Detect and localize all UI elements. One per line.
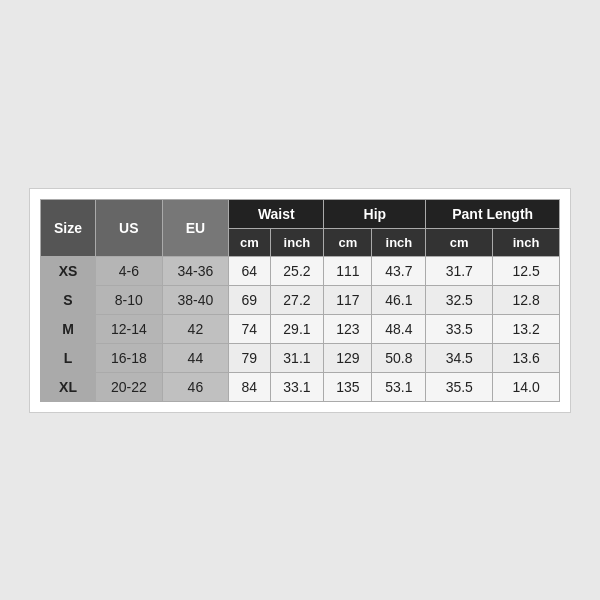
eu-cell: 42 <box>162 314 229 343</box>
size-chart-wrapper: Size US EU Waist Hip Pant Length cm inch… <box>29 188 571 413</box>
waist-cm-cell: 64 <box>229 256 270 285</box>
size-chart-table: Size US EU Waist Hip Pant Length cm inch… <box>40 199 560 402</box>
size-cell: L <box>41 343 96 372</box>
hip-cm-cell: 117 <box>324 285 372 314</box>
pant-inch-cell: 12.8 <box>493 285 560 314</box>
header-us: US <box>96 199 163 256</box>
waist-cm-cell: 84 <box>229 372 270 401</box>
pant-cm-cell: 33.5 <box>426 314 493 343</box>
us-cell: 12-14 <box>96 314 163 343</box>
size-cell: XS <box>41 256 96 285</box>
pant-cm-header: cm <box>426 228 493 256</box>
us-cell: 20-22 <box>96 372 163 401</box>
pant-cm-cell: 31.7 <box>426 256 493 285</box>
waist-inch-cell: 29.1 <box>270 314 324 343</box>
eu-cell: 44 <box>162 343 229 372</box>
header-size: Size <box>41 199 96 256</box>
size-cell: M <box>41 314 96 343</box>
us-cell: 4-6 <box>96 256 163 285</box>
us-cell: 8-10 <box>96 285 163 314</box>
pant-inch-cell: 13.6 <box>493 343 560 372</box>
pant-cm-cell: 35.5 <box>426 372 493 401</box>
waist-cm-header: cm <box>229 228 270 256</box>
pant-inch-cell: 14.0 <box>493 372 560 401</box>
us-cell: 16-18 <box>96 343 163 372</box>
hip-inch-header: inch <box>372 228 426 256</box>
eu-cell: 46 <box>162 372 229 401</box>
header-hip: Hip <box>324 199 426 228</box>
pant-cm-cell: 34.5 <box>426 343 493 372</box>
waist-cm-cell: 79 <box>229 343 270 372</box>
table-row: XL20-22468433.113553.135.514.0 <box>41 372 560 401</box>
table-row: S8-1038-406927.211746.132.512.8 <box>41 285 560 314</box>
hip-inch-cell: 50.8 <box>372 343 426 372</box>
hip-cm-header: cm <box>324 228 372 256</box>
waist-cm-cell: 74 <box>229 314 270 343</box>
hip-cm-cell: 111 <box>324 256 372 285</box>
table-row: M12-14427429.112348.433.513.2 <box>41 314 560 343</box>
header-eu: EU <box>162 199 229 256</box>
pant-cm-cell: 32.5 <box>426 285 493 314</box>
waist-inch-cell: 31.1 <box>270 343 324 372</box>
header-waist: Waist <box>229 199 324 228</box>
eu-cell: 34-36 <box>162 256 229 285</box>
size-cell: S <box>41 285 96 314</box>
hip-cm-cell: 123 <box>324 314 372 343</box>
pant-inch-header: inch <box>493 228 560 256</box>
waist-inch-cell: 25.2 <box>270 256 324 285</box>
table-row: XS4-634-366425.211143.731.712.5 <box>41 256 560 285</box>
hip-inch-cell: 46.1 <box>372 285 426 314</box>
hip-inch-cell: 43.7 <box>372 256 426 285</box>
header-pant-length: Pant Length <box>426 199 560 228</box>
hip-inch-cell: 48.4 <box>372 314 426 343</box>
hip-inch-cell: 53.1 <box>372 372 426 401</box>
eu-cell: 38-40 <box>162 285 229 314</box>
size-cell: XL <box>41 372 96 401</box>
hip-cm-cell: 129 <box>324 343 372 372</box>
hip-cm-cell: 135 <box>324 372 372 401</box>
waist-cm-cell: 69 <box>229 285 270 314</box>
pant-inch-cell: 13.2 <box>493 314 560 343</box>
pant-inch-cell: 12.5 <box>493 256 560 285</box>
waist-inch-header: inch <box>270 228 324 256</box>
table-row: L16-18447931.112950.834.513.6 <box>41 343 560 372</box>
waist-inch-cell: 33.1 <box>270 372 324 401</box>
waist-inch-cell: 27.2 <box>270 285 324 314</box>
